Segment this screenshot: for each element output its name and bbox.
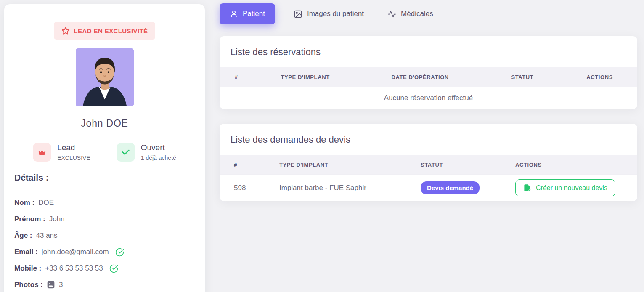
check-icon — [121, 148, 130, 157]
lead-badge-subtitle: EXCLUSIVE — [57, 154, 90, 161]
tab-images-du-patient[interactable]: Images du patient — [289, 10, 369, 19]
patient-photo — [76, 48, 134, 106]
detail-label: Âge : — [14, 231, 32, 240]
check-icon-box — [117, 143, 135, 162]
open-status-badge: Ouvert 1 déjà acheté — [117, 143, 176, 162]
patient-name: John DOE — [14, 118, 195, 129]
column-header: ACTIONS — [501, 162, 637, 168]
detail-value: +33 6 53 53 53 53 — [45, 264, 103, 273]
open-badge-subtitle: 1 déjà acheté — [141, 154, 176, 161]
detail-row-email: Email : john.doe@gmail.com — [14, 247, 195, 257]
detail-label: Nom : — [14, 198, 34, 207]
tab-bar: Patient Images du patient Médicales — [220, 3, 637, 24]
details-title: Détails : — [14, 173, 195, 183]
exclusivity-badge: LEAD EN EXCLUSIVITÉ — [54, 22, 156, 40]
quotes-title: Liste des demandes de devis — [220, 124, 637, 155]
reservations-table-header: # TYPE D'IMPLANT DATE D'OPÉRATION STATUT… — [220, 67, 637, 87]
detail-row-photos: Photos : 3 — [14, 280, 195, 289]
activity-icon — [387, 10, 396, 19]
column-header: # — [220, 162, 265, 168]
detail-label: Mobile : — [14, 264, 41, 273]
verified-check-circle-icon — [109, 264, 118, 273]
patient-card: LEAD EN EXCLUSIVITÉ John DOE — [4, 4, 205, 292]
patient-portrait-illustration — [76, 48, 134, 106]
tab-label: Médicales — [401, 10, 433, 18]
detail-value: 3 — [59, 280, 63, 289]
column-header: STATUT — [406, 162, 501, 168]
create-quote-button-label: Créer un nouveau devis — [536, 184, 607, 192]
column-header: STATUT — [483, 74, 562, 80]
detail-value: John — [49, 215, 65, 224]
file-edit-icon — [523, 184, 531, 192]
quote-implant-type: Implant barbe - FUE Saphir — [265, 184, 406, 192]
tab-label: Images du patient — [307, 10, 364, 18]
detail-row-mobile: Mobile : +33 6 53 53 53 53 — [14, 264, 195, 273]
detail-row-age: Âge : 43 ans — [14, 231, 195, 240]
details-list: Nom : DOE Prénom : John Âge : 43 ans Ema… — [14, 198, 195, 289]
open-badge-title: Ouvert — [141, 143, 176, 152]
main-content: Patient Images du patient Médicales List… — [220, 3, 637, 201]
table-row: 598 Implant barbe - FUE Saphir Devis dem… — [220, 174, 637, 201]
detail-value: john.doe@gmail.com — [42, 247, 109, 257]
image-icon — [294, 10, 302, 19]
image-icon — [47, 281, 55, 289]
star-icon — [61, 27, 70, 35]
crown-icon — [37, 148, 47, 157]
tab-label: Patient — [243, 10, 265, 18]
detail-row-prenom: Prénom : John — [14, 215, 195, 224]
column-header: DATE D'OPÉRATION — [358, 74, 483, 80]
person-icon — [230, 10, 238, 18]
reservations-empty-message: Aucune réservation effectué — [220, 87, 637, 109]
quotes-card: Liste des demandes de devis # TYPE D'IMP… — [220, 124, 637, 201]
exclusivity-badge-label: LEAD EN EXCLUSIVITÉ — [74, 27, 148, 35]
detail-value: 43 ans — [36, 231, 58, 240]
quotes-table-header: # TYPE D'IMPLANT STATUT ACTIONS — [220, 155, 637, 174]
detail-value: DOE — [38, 198, 54, 207]
lead-status-badge: Lead EXCLUSIVE — [33, 143, 90, 162]
create-quote-button[interactable]: Créer un nouveau devis — [515, 179, 615, 196]
detail-row-nom: Nom : DOE — [14, 198, 195, 207]
column-header: # — [220, 74, 253, 80]
tab-medicales[interactable]: Médicales — [382, 10, 438, 19]
column-header: ACTIONS — [562, 74, 637, 80]
detail-label: Photos : — [14, 280, 43, 289]
details-divider — [14, 189, 195, 189]
tab-patient[interactable]: Patient — [220, 3, 275, 24]
crown-icon-box — [33, 143, 51, 162]
column-header: TYPE D'IMPLANT — [265, 162, 406, 168]
column-header: TYPE D'IMPLANT — [253, 74, 357, 80]
detail-label: Email : — [14, 247, 38, 257]
quote-id: 598 — [220, 184, 265, 192]
lead-badge-title: Lead — [57, 143, 90, 152]
detail-label: Prénom : — [14, 215, 45, 224]
verified-check-circle-icon — [115, 248, 124, 257]
status-badge: Devis demandé — [421, 181, 480, 194]
reservations-card: Liste des réservations # TYPE D'IMPLANT … — [220, 36, 637, 109]
reservations-title: Liste des réservations — [220, 36, 637, 67]
